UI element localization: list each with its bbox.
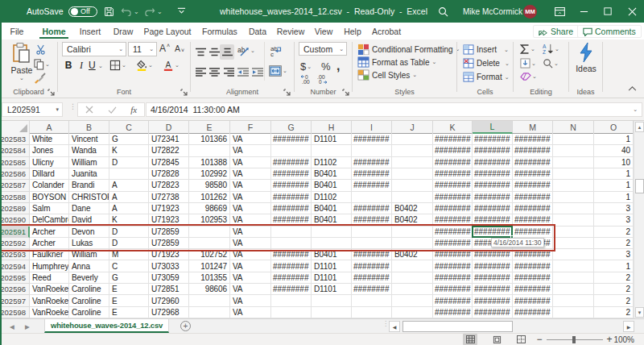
cell-F202587[interactable]: VA — [230, 180, 271, 191]
tab-data[interactable]: Data — [242, 23, 273, 39]
bottom-align-button[interactable] — [220, 44, 234, 60]
cell-D202595[interactable]: U73059 — [149, 272, 189, 284]
cell-A202583[interactable]: White — [30, 134, 69, 145]
cell-L202586[interactable]: ######## — [473, 168, 513, 180]
cell-E202583[interactable]: 101366 — [189, 134, 230, 145]
cell-H202587[interactable]: B0401 — [312, 180, 352, 191]
row-header-202597[interactable]: 202597 — [0, 295, 30, 306]
cell-M202587[interactable]: ######## — [513, 180, 553, 191]
ideas-button[interactable]: Ideas — [572, 42, 601, 73]
row-header-202587[interactable]: 202587 — [0, 180, 30, 191]
cell-C202598[interactable]: E — [109, 307, 149, 318]
cell-M202598[interactable]: ######## — [513, 307, 553, 318]
row-header-202588[interactable]: 202588 — [0, 192, 30, 203]
cell-A202584[interactable]: Jones — [30, 145, 69, 156]
cell-I202596[interactable]: ######## — [352, 284, 392, 295]
cell-J202598[interactable] — [392, 307, 433, 318]
cell-A202586[interactable]: Dillard — [30, 168, 69, 180]
column-header-D[interactable]: D — [149, 121, 189, 134]
cell-K202583[interactable]: ######## — [433, 134, 473, 145]
cell-G202585[interactable]: ######## — [271, 157, 312, 168]
cell-B202597[interactable]: Caroline — [69, 295, 109, 306]
column-header-C[interactable]: C — [109, 121, 149, 134]
column-header-F[interactable]: F — [230, 121, 271, 134]
cell-K202585[interactable]: ######## — [433, 157, 473, 168]
cell-I202585[interactable]: ######## — [352, 157, 392, 168]
cell-J202583[interactable] — [392, 134, 433, 145]
cell-O202594[interactable]: 1 — [594, 260, 634, 272]
cell-H202589[interactable]: B0401 — [312, 203, 352, 214]
cell-H202585[interactable]: D1102 — [312, 157, 352, 168]
cell-F202596[interactable]: VA — [230, 284, 271, 295]
cell-J202595[interactable] — [392, 272, 433, 284]
cell-K202588[interactable]: ######## — [433, 192, 473, 203]
cell-O202583[interactable]: 1 — [594, 134, 634, 145]
cell-B202594[interactable]: Anna — [69, 260, 109, 272]
save-icon[interactable] — [101, 0, 116, 23]
cell-N202583[interactable] — [553, 134, 594, 145]
autosum-button[interactable]: ⌄ — [520, 44, 535, 54]
font-size-select[interactable]: 11⌄ — [128, 42, 157, 56]
comma-style-button[interactable]: , — [336, 59, 340, 73]
cell-E202598[interactable] — [189, 307, 230, 318]
cell-A202587[interactable]: Colander — [30, 180, 69, 191]
row-header-202586[interactable]: 202586 — [0, 168, 30, 180]
cell-G202597[interactable] — [271, 295, 312, 306]
autosave-toggle[interactable]: Off — [68, 6, 97, 17]
cell-A202598[interactable]: VanRoekel — [30, 307, 69, 318]
cell-E202588[interactable]: 101262 — [189, 192, 230, 203]
cancel-icon[interactable] — [85, 106, 93, 114]
column-header-O[interactable]: O — [594, 121, 634, 134]
cell-F202588[interactable]: VA — [230, 192, 271, 203]
cell-O202596[interactable]: 2 — [594, 284, 634, 295]
cell-I202589[interactable]: ######## — [352, 203, 392, 214]
cell-I202597[interactable] — [352, 295, 392, 306]
column-header-L[interactable]: L — [473, 121, 513, 134]
cell-E202597[interactable] — [189, 295, 230, 306]
row-header-202589[interactable]: 202589 — [0, 203, 30, 214]
scroll-up-icon[interactable]: ▲ — [635, 122, 644, 132]
zoom-slider-thumb[interactable] — [572, 336, 576, 343]
cell-K202598[interactable]: ######## — [433, 307, 473, 318]
cell-N202586[interactable] — [553, 168, 594, 180]
select-all-corner[interactable] — [0, 121, 30, 134]
cell-D202598[interactable]: U72968 — [149, 307, 189, 318]
tab-view[interactable]: View — [308, 23, 339, 39]
cell-J202597[interactable] — [392, 295, 433, 306]
format-painter-button[interactable] — [34, 73, 46, 84]
cell-E202587[interactable]: 98580 — [189, 180, 230, 191]
cell-N202589[interactable] — [553, 203, 594, 214]
middle-align-button[interactable] — [208, 46, 221, 58]
cell-H202597[interactable] — [312, 295, 352, 306]
cell-C202594[interactable]: C — [109, 260, 149, 272]
cell-J202588[interactable] — [392, 192, 433, 203]
cell-F202586[interactable]: VA — [230, 168, 271, 180]
cell-F202597[interactable]: VA — [230, 295, 271, 306]
close-icon[interactable] — [623, 0, 641, 23]
cell-E202589[interactable]: 98669 — [189, 203, 230, 214]
top-align-button[interactable] — [194, 46, 207, 58]
cell-O202595[interactable]: 2 — [594, 272, 634, 284]
cell-styles-button[interactable]: Cell Styles ⌄ — [357, 69, 417, 81]
cell-A202589[interactable]: Salm — [30, 203, 69, 214]
cell-D202588[interactable]: U72738 — [149, 192, 189, 203]
cell-G202583[interactable]: ######## — [271, 134, 312, 145]
undo-dropdown-icon[interactable]: ⌄ — [134, 0, 140, 23]
undo-icon[interactable] — [119, 0, 134, 23]
normal-view-button[interactable] — [463, 334, 477, 345]
cell-H202586[interactable]: B0401 — [312, 168, 352, 180]
cell-M202596[interactable]: ######## — [513, 284, 553, 295]
cell-M202583[interactable]: ######## — [513, 134, 553, 145]
sheet-tab-active[interactable]: whitehouse_waves-2014_12.csv — [44, 319, 169, 333]
cell-F202589[interactable]: VA — [230, 203, 271, 214]
cell-H202583[interactable]: D1101 — [312, 134, 352, 145]
alignment-dialog-launcher-icon[interactable] — [283, 89, 291, 96]
cell-F202595[interactable]: VA — [230, 272, 271, 284]
cell-E202584[interactable] — [189, 145, 230, 156]
font-name-select[interactable]: Calibri⌄ — [62, 42, 126, 56]
underline-dropdown-icon[interactable]: ⌄ — [98, 63, 103, 69]
cell-M202597[interactable]: ######## — [513, 295, 553, 306]
sort-filter-button[interactable]: AZ ⌄ — [543, 44, 559, 54]
find-select-button[interactable]: ⌄ — [543, 58, 559, 69]
cell-J202596[interactable] — [392, 284, 433, 295]
